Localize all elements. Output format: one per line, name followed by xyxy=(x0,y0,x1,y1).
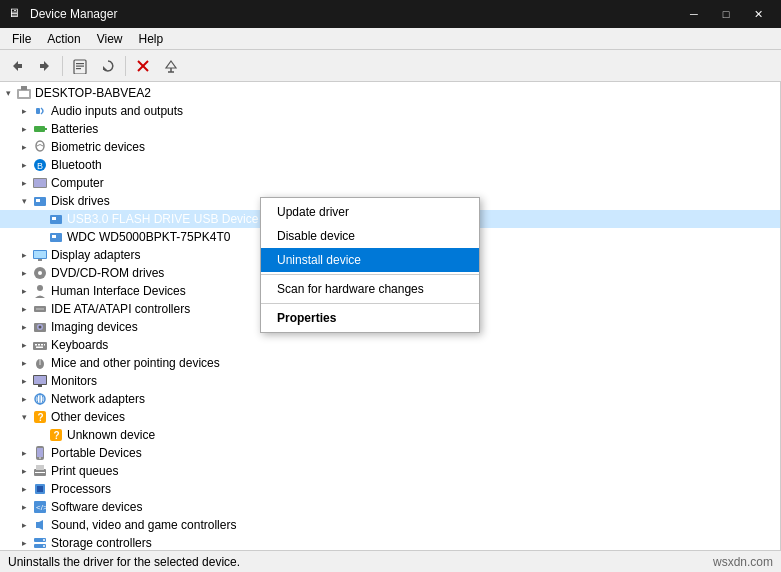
context-scan-hardware[interactable]: Scan for hardware changes xyxy=(261,277,479,301)
refresh-toolbar-button[interactable] xyxy=(95,53,121,79)
tree-toggle-audio[interactable] xyxy=(16,103,32,119)
tree-icon-display xyxy=(32,247,48,263)
tree-toggle-dvd[interactable] xyxy=(16,265,32,281)
svg-rect-68 xyxy=(36,522,39,528)
svg-text:</>: </> xyxy=(36,503,48,512)
tree-icon-storage xyxy=(32,535,48,550)
back-button[interactable] xyxy=(4,53,30,79)
svg-text:?: ? xyxy=(38,412,44,423)
tree-icon-diskdrives xyxy=(32,193,48,209)
tree-toggle-batteries[interactable] xyxy=(16,121,32,137)
svg-rect-43 xyxy=(41,344,43,346)
tree-item-keyboards[interactable]: Keyboards xyxy=(0,336,780,354)
tree-toggle-human[interactable] xyxy=(16,283,32,299)
menu-action[interactable]: Action xyxy=(39,30,88,47)
minimize-button[interactable]: ─ xyxy=(679,4,709,24)
maximize-button[interactable]: □ xyxy=(711,4,741,24)
tree-icon-print xyxy=(32,463,48,479)
title-buttons: ─ □ ✕ xyxy=(679,4,773,24)
tree-icon-audio xyxy=(32,103,48,119)
tree-toggle-imaging[interactable] xyxy=(16,319,32,335)
tree-toggle-unknown[interactable] xyxy=(32,427,48,443)
tree-toggle-ide[interactable] xyxy=(16,301,32,317)
tree-label-display: Display adapters xyxy=(51,248,140,262)
tree-item-batteries[interactable]: Batteries xyxy=(0,120,780,138)
menu-view[interactable]: View xyxy=(89,30,131,47)
remove-toolbar-button[interactable] xyxy=(130,53,156,79)
tree-label-batteries: Batteries xyxy=(51,122,98,136)
tree-item-storage[interactable]: Storage controllers xyxy=(0,534,780,550)
tree-toggle-software[interactable] xyxy=(16,499,32,515)
tree-icon-other: ? xyxy=(32,409,48,425)
tree-label-diskdrives: Disk drives xyxy=(51,194,110,208)
tree-item-portable[interactable]: Portable Devices xyxy=(0,444,780,462)
tree-item-bluetooth[interactable]: BBluetooth xyxy=(0,156,780,174)
tree-label-keyboards: Keyboards xyxy=(51,338,108,352)
menu-file[interactable]: File xyxy=(4,30,39,47)
tree-label-usb: USB3.0 FLASH DRIVE USB Device xyxy=(67,212,258,226)
tree-item-mice[interactable]: Mice and other pointing devices xyxy=(0,354,780,372)
tree-item-software[interactable]: </>Software devices xyxy=(0,498,780,516)
context-separator-2 xyxy=(261,303,479,304)
tree-toggle-bluetooth[interactable] xyxy=(16,157,32,173)
tree-toggle-monitors[interactable] xyxy=(16,373,32,389)
tree-toggle-other[interactable] xyxy=(16,409,32,425)
menu-help[interactable]: Help xyxy=(131,30,172,47)
context-disable-device[interactable]: Disable device xyxy=(261,224,479,248)
svg-point-60 xyxy=(39,457,41,459)
tree-item-unknown[interactable]: ?Unknown device xyxy=(0,426,780,444)
tree-item-monitors[interactable]: Monitors xyxy=(0,372,780,390)
tree-toggle-biometric[interactable] xyxy=(16,139,32,155)
tree-toggle-usb[interactable] xyxy=(32,211,48,227)
tree-toggle-mice[interactable] xyxy=(16,355,32,371)
svg-point-73 xyxy=(43,545,45,547)
tree-item-network[interactable]: Network adapters xyxy=(0,390,780,408)
svg-rect-26 xyxy=(52,217,56,220)
tree-item-sound[interactable]: Sound, video and game controllers xyxy=(0,516,780,534)
tree-toggle-wdc[interactable] xyxy=(32,229,48,245)
tree-toggle-storage[interactable] xyxy=(16,535,32,550)
tree-toggle-diskdrives[interactable] xyxy=(16,193,32,209)
tree-label-computer: Computer xyxy=(51,176,104,190)
tree-toggle-keyboards[interactable] xyxy=(16,337,32,353)
tree-item-print[interactable]: Print queues xyxy=(0,462,780,480)
tree-icon-monitors xyxy=(32,373,48,389)
svg-marker-1 xyxy=(40,61,49,71)
svg-rect-2 xyxy=(74,60,86,74)
context-properties[interactable]: Properties xyxy=(261,306,479,330)
svg-rect-41 xyxy=(35,344,37,346)
tree-toggle-portable[interactable] xyxy=(16,445,32,461)
main-area: DESKTOP-BABVEA2Audio inputs and outputsB… xyxy=(0,82,781,550)
svg-point-39 xyxy=(39,326,42,329)
tree-label-wdc: WDC WD5000BPKT-75PK4T0 xyxy=(67,230,230,244)
svg-rect-5 xyxy=(76,68,81,69)
properties-toolbar-button[interactable] xyxy=(67,53,93,79)
tree-item-biometric[interactable]: Biometric devices xyxy=(0,138,780,156)
context-uninstall-device[interactable]: Uninstall device xyxy=(261,248,479,272)
tree-label-imaging: Imaging devices xyxy=(51,320,138,334)
close-button[interactable]: ✕ xyxy=(743,4,773,24)
tree-item-processors[interactable]: Processors xyxy=(0,480,780,498)
tree-toggle-processors[interactable] xyxy=(16,481,32,497)
context-update-driver[interactable]: Update driver xyxy=(261,200,479,224)
tree-toggle-computer[interactable] xyxy=(16,175,32,191)
menu-bar: File Action View Help xyxy=(0,28,781,50)
svg-rect-49 xyxy=(34,376,46,384)
scan-toolbar-button[interactable] xyxy=(158,53,184,79)
tree-label-network: Network adapters xyxy=(51,392,145,406)
tree-item-root[interactable]: DESKTOP-BABVEA2 xyxy=(0,84,780,102)
tree-item-other[interactable]: ?Other devices xyxy=(0,408,780,426)
svg-rect-42 xyxy=(38,344,40,346)
tree-toggle-network[interactable] xyxy=(16,391,32,407)
tree-icon-human xyxy=(32,283,48,299)
tree-toggle-print[interactable] xyxy=(16,463,32,479)
forward-button[interactable] xyxy=(32,53,58,79)
tree-toggle-sound[interactable] xyxy=(16,517,32,533)
tree-toggle-root[interactable] xyxy=(0,85,16,101)
svg-marker-9 xyxy=(166,61,176,68)
tree-item-computer[interactable]: Computer xyxy=(0,174,780,192)
svg-marker-6 xyxy=(103,66,107,70)
status-bar: Uninstalls the driver for the selected d… xyxy=(0,550,781,572)
tree-toggle-display[interactable] xyxy=(16,247,32,263)
tree-item-audio[interactable]: Audio inputs and outputs xyxy=(0,102,780,120)
